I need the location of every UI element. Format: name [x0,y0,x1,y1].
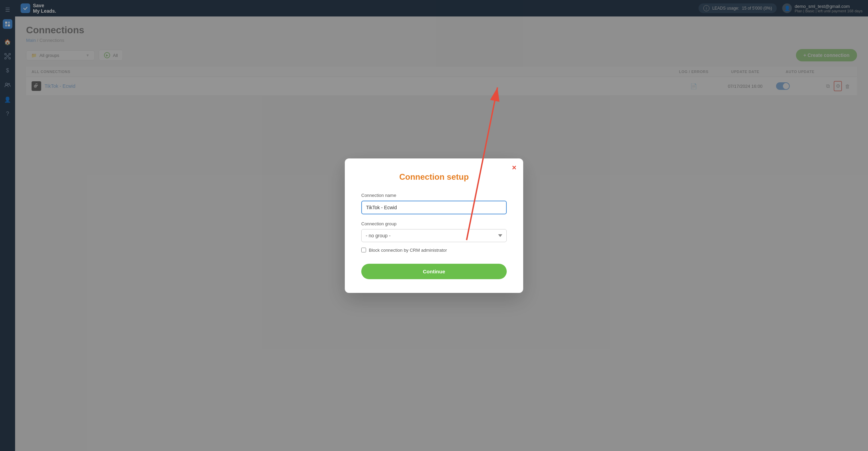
modal-close-button[interactable]: × [512,164,516,171]
connection-name-input[interactable] [361,201,507,214]
connection-group-select[interactable]: - no group - [361,229,507,242]
connection-name-label: Connection name [361,193,507,198]
modal-overlay: × Connection setup Connection name Conne… [0,0,868,451]
block-connection-checkbox[interactable] [361,248,366,252]
connection-setup-modal: × Connection setup Connection name Conne… [345,158,523,293]
block-connection-row: Block connection by CRM administrator [361,248,507,253]
block-connection-label: Block connection by CRM administrator [369,248,447,253]
connection-group-label: Connection group [361,221,507,226]
modal-title: Connection setup [361,172,507,182]
continue-button[interactable]: Continue [361,264,507,279]
